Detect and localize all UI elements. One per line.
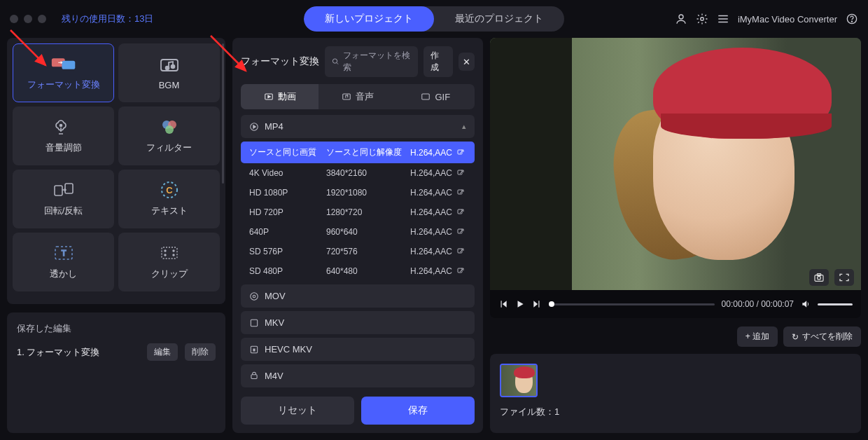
save-button[interactable]: 保存 [361, 397, 475, 425]
saved-delete-button[interactable]: 削除 [185, 343, 216, 361]
external-link-icon[interactable] [456, 188, 466, 197]
tab-audio[interactable]: 音声 [318, 84, 396, 109]
svg-point-11 [171, 64, 174, 68]
mkv-icon [249, 318, 259, 328]
next-button[interactable] [532, 299, 542, 309]
hevc-icon: H [249, 345, 259, 355]
add-file-button[interactable]: + 追加 [737, 326, 778, 347]
tool-volume-label: 音量調節 [46, 142, 82, 154]
file-actions: + 追加 ↻ すべてを削除 [490, 326, 861, 347]
format-preset-row[interactable]: SD 480P640*480H.264,AAC [241, 261, 475, 281]
tool-text-label: テキスト [151, 205, 188, 217]
preset-quality: HD 1080P [249, 188, 326, 198]
tool-scrollbar[interactable] [222, 43, 224, 184]
svg-point-25 [164, 254, 166, 256]
tool-watermark-label: 透かし [50, 268, 77, 280]
tool-bgm[interactable]: BGM [118, 43, 220, 102]
external-link-icon[interactable] [456, 149, 466, 157]
file-thumbnails: ファイル数：1 [490, 354, 861, 433]
format-group-mp4[interactable]: MP4 ▴ [241, 115, 475, 138]
format-preset-row[interactable]: SD 576P720*576H.264,AAC [241, 242, 475, 261]
trial-days-label: 残りの使用日数：13日 [62, 13, 153, 25]
preview-frame [490, 38, 861, 290]
tool-format-convert[interactable]: フォーマット変換 [13, 43, 114, 102]
svg-rect-52 [817, 274, 820, 276]
progress-bar[interactable] [549, 303, 715, 305]
svg-point-15 [165, 125, 174, 134]
tab-new-project[interactable]: 新しいプロジェクト [304, 6, 434, 32]
format-group-mov[interactable]: MOV [241, 284, 475, 308]
topbar: 残りの使用日数：13日 新しいプロジェクト 最近のプロジェクト iMyMac V… [0, 0, 868, 38]
time-display: 00:00:00 / 00:00:07 [722, 299, 794, 309]
snapshot-button[interactable] [809, 269, 829, 286]
volume-icon[interactable] [801, 299, 811, 309]
video-preview: 00:00:00 / 00:00:07 [490, 38, 861, 318]
bgm-icon [157, 56, 182, 74]
search-placeholder: フォーマットを検索 [343, 50, 411, 74]
external-link-icon[interactable] [456, 228, 466, 236]
format-group-hevc-mkv[interactable]: H HEVC MKV [241, 338, 475, 361]
tab-video-label: 動画 [278, 90, 296, 103]
format-preset-row[interactable]: 4K Video3840*2160H.264,AAC [241, 163, 475, 183]
file-thumbnail[interactable] [500, 364, 538, 397]
preset-quality: ソースと同じ画質 [249, 146, 326, 158]
format-search[interactable]: フォーマットを検索 [325, 46, 418, 77]
menu-icon[interactable] [717, 13, 729, 25]
preset-codec: H.264,AAC [410, 266, 452, 276]
mov-label: MOV [265, 291, 286, 301]
watermark-icon: T [51, 244, 76, 262]
reset-button[interactable]: リセット [241, 397, 354, 425]
svg-rect-17 [65, 184, 73, 193]
user-icon[interactable] [675, 13, 687, 25]
hevc-mkv-label: HEVC MKV [265, 344, 312, 355]
mov-icon [249, 291, 259, 301]
tab-gif[interactable]: GIF [397, 84, 475, 109]
tool-rotate[interactable]: 回転/反転 [13, 170, 114, 228]
saved-edit-name: 1. フォーマット変換 [17, 346, 140, 359]
tool-filter[interactable]: フィルター [118, 106, 220, 165]
external-link-icon[interactable] [456, 169, 466, 177]
svg-point-23 [164, 250, 166, 252]
format-group-m4v[interactable]: M4V [241, 364, 475, 387]
saved-edit-row: 1. フォーマット変換 編集 削除 [17, 343, 216, 361]
format-convert-icon [51, 55, 76, 73]
volume-slider[interactable] [818, 303, 853, 305]
preset-resolution: 3840*2160 [326, 168, 410, 178]
tool-volume[interactable]: 音量調節 [13, 106, 114, 165]
close-panel-button[interactable]: ✕ [458, 53, 475, 71]
saved-edit-button[interactable]: 編集 [147, 343, 178, 361]
svg-rect-32 [422, 94, 430, 99]
settings-icon[interactable] [696, 13, 708, 25]
text-icon: C [157, 181, 182, 199]
prev-button[interactable] [498, 299, 508, 309]
tool-watermark[interactable]: T 透かし [13, 233, 114, 291]
format-group-mkv[interactable]: MKV [241, 311, 475, 334]
format-preset-row[interactable]: HD 720P1280*720H.264,AAC [241, 202, 475, 222]
traffic-min[interactable] [24, 15, 32, 23]
tool-text[interactable]: C テキスト [118, 170, 220, 228]
traffic-close[interactable] [10, 15, 18, 23]
tool-clip[interactable]: クリップ [118, 233, 220, 291]
tab-recent-project[interactable]: 最近のプロジェクト [434, 6, 564, 32]
play-button[interactable] [515, 299, 525, 309]
file-count-label: ファイル数：1 [500, 406, 851, 418]
tab-video[interactable]: 動画 [241, 84, 318, 109]
svg-point-43 [253, 295, 255, 298]
create-format-button[interactable]: 作成 [424, 46, 453, 77]
external-link-icon[interactable] [456, 267, 466, 275]
tool-bgm-label: BGM [159, 80, 180, 90]
format-preset-row[interactable]: 640P960*640H.264,AAC [241, 222, 475, 242]
fullscreen-button[interactable] [834, 269, 854, 286]
external-link-icon[interactable] [456, 208, 466, 216]
svg-point-1 [701, 18, 704, 21]
traffic-max[interactable] [38, 15, 46, 23]
m4v-icon [249, 371, 259, 381]
svg-point-51 [818, 276, 821, 280]
delete-all-button[interactable]: ↻ すべてを削除 [783, 326, 861, 347]
help-icon[interactable] [846, 13, 858, 25]
format-preset-row[interactable]: HD 1080P1920*1080H.264,AAC [241, 183, 475, 202]
preset-quality: SD 480P [249, 266, 326, 276]
preset-quality: 640P [249, 227, 326, 237]
format-preset-row[interactable]: ソースと同じ画質ソースと同じ解像度H.264,AAC [241, 142, 475, 163]
external-link-icon[interactable] [456, 247, 466, 256]
